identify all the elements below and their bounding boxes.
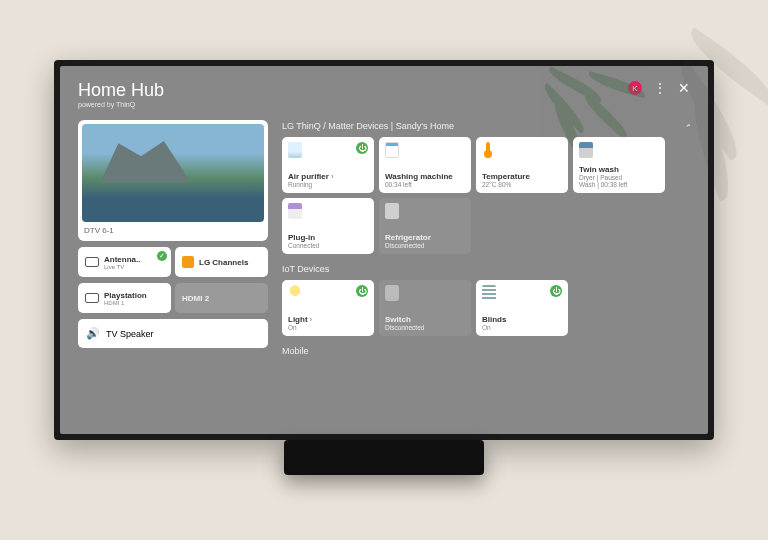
- source-antenna[interactable]: Antenna.. Live TV ✓: [78, 247, 171, 277]
- page-subtitle: powered by ThinQ: [78, 101, 164, 108]
- section-title-mobile: Mobile: [282, 346, 690, 356]
- washing-machine-icon: [385, 142, 399, 158]
- device-twin-wash[interactable]: Twin wash Dryer | Paused Wash | 00:38 le…: [573, 137, 665, 193]
- fridge-icon: [385, 203, 399, 219]
- chevron-up-icon[interactable]: ›: [683, 124, 690, 127]
- switch-icon: [385, 285, 399, 301]
- preview-image: [82, 124, 264, 222]
- speaker-card[interactable]: 🔊 TV Speaker: [78, 319, 268, 348]
- twin-wash-icon: [579, 142, 593, 158]
- blinds-icon: [482, 285, 496, 301]
- main-panel: LG ThinQ / Matter Devices | Sandy's Home…: [282, 120, 690, 420]
- close-icon[interactable]: ✕: [678, 80, 690, 96]
- hdmi-icon: [85, 293, 99, 303]
- lg-icon: [182, 256, 194, 268]
- device-air-purifier[interactable]: ⏻ Air purifier› Running: [282, 137, 374, 193]
- section-title-thinq: LG ThinQ / Matter Devices | Sandy's Home: [282, 121, 454, 131]
- device-blinds[interactable]: ⏻ Blinds On: [476, 280, 568, 336]
- chevron-right-icon: ›: [331, 172, 334, 181]
- section-title-iot: IoT Devices: [282, 264, 690, 274]
- page-title: Home Hub: [78, 80, 164, 101]
- device-washing-machine[interactable]: Washing machine 00:34 left: [379, 137, 471, 193]
- sidebar: DTV 6-1 Antenna.. Live TV ✓ LG Channels: [78, 120, 268, 420]
- power-icon[interactable]: ⏻: [550, 285, 562, 297]
- device-light[interactable]: ⏻ Light› On: [282, 280, 374, 336]
- tv-frame: Home Hub powered by ThinQ K ⋮ ✕ DTV 6-1: [54, 60, 714, 440]
- preview-label: DTV 6-1: [82, 222, 264, 237]
- tv-stand: [284, 440, 484, 475]
- source-playstation[interactable]: Playstation HDMI 1: [78, 283, 171, 313]
- power-icon[interactable]: ⏻: [356, 142, 368, 154]
- tv-icon: [85, 257, 99, 267]
- chevron-right-icon: ›: [310, 315, 313, 324]
- light-icon: [288, 285, 302, 301]
- thermometer-icon: [486, 142, 490, 156]
- device-plugin[interactable]: Plug-in Connected: [282, 198, 374, 254]
- plug-icon: [288, 203, 302, 219]
- source-hdmi2[interactable]: HDMI 2: [175, 283, 268, 313]
- home-hub-screen: Home Hub powered by ThinQ K ⋮ ✕ DTV 6-1: [60, 66, 708, 434]
- device-temperature[interactable]: Temperature 22°C 80%: [476, 137, 568, 193]
- device-refrigerator[interactable]: Refrigerator Disconnected: [379, 198, 471, 254]
- source-lg-channels[interactable]: LG Channels: [175, 247, 268, 277]
- power-icon[interactable]: ⏻: [356, 285, 368, 297]
- device-switch[interactable]: Switch Disconnected: [379, 280, 471, 336]
- speaker-icon: 🔊: [86, 327, 100, 340]
- air-purifier-icon: [288, 142, 302, 158]
- preview-card[interactable]: DTV 6-1: [78, 120, 268, 241]
- check-icon: ✓: [157, 251, 167, 261]
